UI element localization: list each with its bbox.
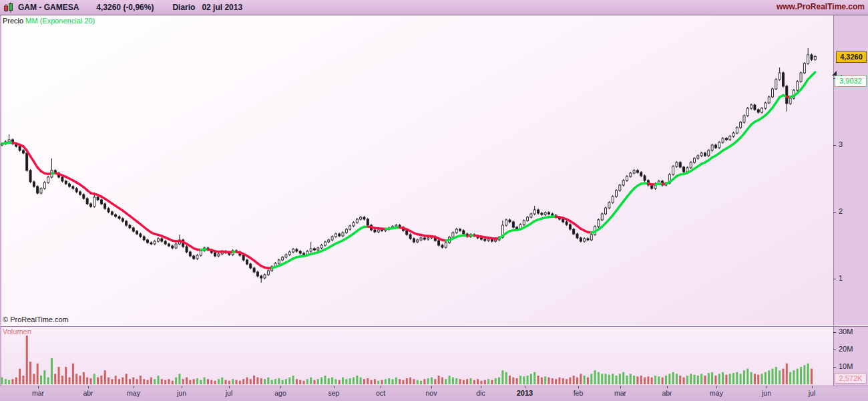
last-price-tag: 4,3260 (836, 51, 867, 63)
indicator-legend: Precio MM (Exponencial 20) (3, 17, 95, 25)
month-label: jul (214, 389, 244, 397)
month-label: may (119, 389, 148, 397)
time-tick-mark (525, 386, 525, 388)
prorealtime-site-link[interactable]: www.ProRealTime.com (777, 2, 865, 11)
month-label: nov (417, 389, 446, 397)
ma-legend-label[interactable]: MM (Exponencial 20) (25, 17, 95, 25)
month-label: jul (797, 389, 827, 397)
volume-tick-mark (833, 350, 836, 350)
time-tick-mark (229, 386, 230, 388)
month-label: abr (73, 389, 103, 397)
time-tick-mark (38, 386, 39, 388)
month-label: jun (167, 389, 196, 397)
month-label: feb (564, 389, 593, 397)
price-tick-label: 3 (839, 140, 843, 148)
title-bar: GAM - GAMESA 4,3260 (-0,96%) Diario 02 j… (0, 0, 868, 15)
last-volume-tag: 2,572K (835, 373, 867, 384)
ma-pointer-icon (832, 71, 837, 76)
month-label: abr (652, 389, 682, 397)
month-label: 2013 (510, 389, 539, 397)
time-tick-mark (481, 386, 481, 388)
time-tick-mark (134, 386, 134, 388)
time-tick-mark (88, 386, 89, 388)
month-label: dic (466, 389, 495, 397)
timeframe-label: Diario (172, 3, 195, 12)
last-price-change: 4,3260 (-0,96%) (96, 3, 154, 12)
volume-chart-surface[interactable] (0, 326, 834, 386)
time-tick-mark (280, 386, 281, 388)
month-label: mar (23, 389, 53, 397)
price-tick-label: 2 (839, 207, 843, 215)
volume-tick-label: 30M (839, 327, 853, 336)
symbol-title: GAM - GAMESA (18, 3, 79, 12)
volume-tick-mark (833, 332, 836, 333)
time-tick-mark (182, 386, 182, 388)
candlestick-icon (3, 2, 14, 13)
month-label: may (702, 389, 731, 397)
time-tick-mark (334, 386, 335, 388)
price-tick-mark (833, 212, 836, 213)
price-tick-label: 1 (839, 274, 843, 282)
ma-value-tag: 3,9032 (835, 76, 867, 87)
prorealtime-window: GAM - GAMESA 4,3260 (-0,96%) Diario 02 j… (0, 0, 868, 401)
volumen-label[interactable]: Volumen (3, 327, 31, 336)
copyright-label: © ProRealTime.com (3, 315, 69, 323)
time-tick-mark (381, 386, 381, 388)
month-label: ago (266, 389, 295, 397)
time-tick-mark (812, 386, 813, 388)
volume-tick-label: 10M (839, 362, 853, 370)
month-label: jun (752, 389, 781, 397)
time-tick-mark (620, 386, 621, 388)
date-label: 02 jul 2013 (202, 3, 242, 12)
time-tick-mark (578, 386, 579, 388)
time-tick-mark (716, 386, 717, 388)
volume-tick-mark (833, 367, 836, 368)
time-tick-mark (767, 386, 767, 388)
volume-tick-label: 20M (839, 345, 853, 353)
time-tick-mark (667, 386, 668, 388)
precio-label: Precio (3, 17, 23, 25)
price-tick-mark (833, 279, 836, 279)
price-tick-mark (833, 145, 836, 146)
month-label: mar (606, 389, 635, 397)
month-label: sep (319, 389, 349, 397)
price-chart-surface[interactable] (0, 15, 834, 325)
month-label: oct (366, 389, 395, 397)
time-tick-mark (431, 386, 432, 388)
